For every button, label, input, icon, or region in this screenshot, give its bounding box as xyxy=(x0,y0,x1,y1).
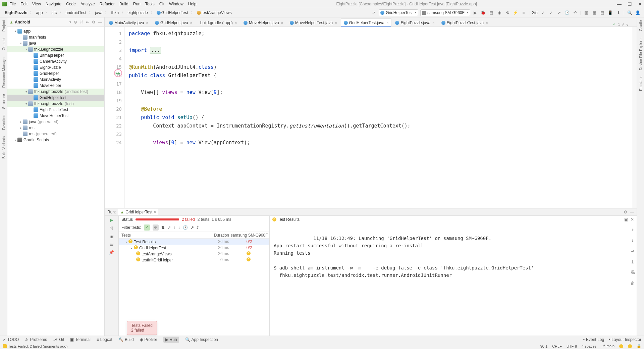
breadcrumb-item[interactable]: java xyxy=(94,10,104,16)
bottom-layout-inspector[interactable]: •Layout Inspector xyxy=(609,337,641,342)
caret-pos[interactable]: 90:1 xyxy=(540,344,547,348)
strip-favorites[interactable]: Favorites xyxy=(2,115,6,130)
menu-run[interactable]: Run xyxy=(133,2,141,6)
menu-help[interactable]: Help xyxy=(188,2,197,6)
tree-node[interactable]: ▾java xyxy=(7,40,104,46)
bottom-app-inspection[interactable]: 🔍App Inspection xyxy=(185,337,218,342)
close-icon[interactable]: ✕ xyxy=(638,1,642,7)
tree-node[interactable]: ▾fhku.eightpuzzle xyxy=(7,46,104,52)
tree-node[interactable]: manifests xyxy=(7,34,104,40)
history-icon[interactable]: 🕑 xyxy=(183,225,188,230)
export2-icon[interactable]: ↗ xyxy=(191,225,194,230)
bottom-terminal[interactable]: ▣Terminal xyxy=(70,337,90,342)
editor-scrollbar[interactable] xyxy=(632,27,637,208)
tree-node[interactable]: ▸Gradle Scripts xyxy=(7,137,104,143)
tree-node[interactable]: MoveHelperTest xyxy=(7,113,104,119)
editor-tab[interactable]: EightPuzzle.java× xyxy=(392,18,437,27)
tests-failed-toast[interactable]: Tests Failed 2 failed xyxy=(127,321,157,335)
bottom-logcat[interactable]: ≡Logcat xyxy=(97,337,112,342)
minimize-icon[interactable]: — xyxy=(617,1,622,7)
print-icon[interactable]: 🖶 xyxy=(630,269,635,276)
tab-close-icon[interactable]: × xyxy=(486,21,488,25)
bottom-event-log[interactable]: •Event Log xyxy=(583,337,604,342)
indent[interactable]: 4 spaces xyxy=(582,344,596,348)
hide-icon[interactable]: — xyxy=(98,20,102,24)
menu-navigate[interactable]: Navigate xyxy=(46,2,61,6)
tree-node[interactable]: BitmapHelper xyxy=(7,52,104,58)
import2-icon[interactable]: ⤴ xyxy=(197,225,199,230)
tree-node[interactable]: ▾fhku.eightpuzzle(test) xyxy=(7,101,104,107)
encoding[interactable]: UTF-8 xyxy=(567,344,577,348)
tree-node[interactable]: ▸java(generated) xyxy=(7,119,104,125)
layout-icon[interactable]: ▣ xyxy=(624,217,628,222)
menu-refactor[interactable]: Refactor xyxy=(100,2,115,6)
attach-icon[interactable]: ⟲ xyxy=(504,10,511,16)
test-row[interactable]: ▾GridHelperTest26 ms0/2 xyxy=(119,245,269,251)
editor-tab[interactable]: MoveHelperTest.java× xyxy=(287,18,340,27)
menu-tools[interactable]: Tools xyxy=(145,2,155,6)
strip-project[interactable]: Project xyxy=(2,20,6,32)
sort-icon[interactable]: ⇅ xyxy=(161,225,165,230)
editor-tab[interactable]: build.gradle (:app)× xyxy=(196,18,240,27)
menu-build[interactable]: Build xyxy=(119,2,128,6)
tab-close-icon[interactable]: × xyxy=(146,21,148,25)
toolbar-icon-1[interactable]: ▥ xyxy=(583,10,589,16)
menu-analyze[interactable]: Analyze xyxy=(80,2,95,6)
breadcrumb-item[interactable]: EightPuzzle xyxy=(3,10,29,16)
bottom-git[interactable]: ⎇Git xyxy=(53,337,64,342)
avd-icon[interactable]: 📱 xyxy=(607,10,613,16)
toggle-icon[interactable]: ⇅ xyxy=(110,226,113,231)
git-branch[interactable]: ⎇ main xyxy=(601,344,614,348)
breadcrumb-item[interactable]: eightpuzzle xyxy=(126,10,149,16)
tree-node[interactable]: res(generated) xyxy=(7,131,104,137)
show-passed-toggle[interactable]: ✓ xyxy=(144,225,150,231)
sync-icon[interactable]: ↗ xyxy=(371,10,377,16)
git-commit-icon[interactable]: ✓ xyxy=(548,10,554,16)
scroll-end-icon[interactable]: ⤓ xyxy=(631,258,635,265)
strip-structure[interactable]: Structure xyxy=(2,94,6,109)
menu-view[interactable]: View xyxy=(32,2,41,6)
git-push-icon[interactable]: ↗ xyxy=(556,10,562,16)
run-config-dropdown[interactable]: GridHelperTest xyxy=(379,9,418,16)
strip-resource-manager[interactable]: Resource Manager xyxy=(2,56,6,88)
soft-wrap-icon[interactable]: ↩ xyxy=(631,247,634,255)
strip-emulator[interactable]: Emulator xyxy=(639,76,643,91)
col-duration[interactable]: Duration xyxy=(202,233,229,238)
toolbar-icon-3[interactable]: ▤ xyxy=(599,10,605,16)
toolbar-icon-2[interactable]: ▦ xyxy=(591,10,597,16)
inspection-face-icon[interactable] xyxy=(619,344,623,348)
col-tests[interactable]: Tests xyxy=(119,233,202,238)
tab-close-icon[interactable]: × xyxy=(281,21,283,25)
editor-tab[interactable]: GridHelper.java× xyxy=(152,18,195,27)
clear-icon[interactable]: 🗑 xyxy=(630,280,635,287)
rerun-icon[interactable]: ▶ xyxy=(110,218,113,222)
close-console-icon[interactable]: ✕ xyxy=(631,217,634,222)
breadcrumb-item[interactable]: testArangeViews xyxy=(196,10,233,16)
show-ignored-toggle[interactable]: ⊘ xyxy=(153,225,159,231)
export-icon[interactable]: ▣ xyxy=(110,234,113,239)
test-row[interactable]: ▾Test Results26 ms0/2 xyxy=(119,239,269,245)
tab-close-icon[interactable]: × xyxy=(190,21,192,25)
breadcrumb-item[interactable]: androidTest xyxy=(64,10,88,16)
git-branch-icon[interactable]: ✓ xyxy=(540,10,546,16)
tree-node[interactable]: ▾fhku.eightpuzzle(androidTest) xyxy=(7,89,104,95)
lock-icon[interactable]: 🔒 xyxy=(637,344,641,348)
collapse-icon[interactable]: ⇤ xyxy=(86,20,89,24)
editor[interactable]: ▶▶ 123415161718192021222324 package fhku… xyxy=(105,27,637,208)
tab-close-icon[interactable]: × xyxy=(432,21,434,25)
menu-file[interactable]: File xyxy=(9,2,16,6)
memory-face-icon[interactable] xyxy=(628,344,632,348)
down-icon[interactable]: ↓ xyxy=(178,225,180,230)
close-tab-icon[interactable]: × xyxy=(154,210,156,214)
console-output[interactable]: 11/18 16:12:49: Launching 'GridHelperTes… xyxy=(270,223,637,336)
git-revert-icon[interactable]: ↶ xyxy=(572,10,578,16)
breadcrumb-item[interactable]: app xyxy=(35,10,44,16)
test-row[interactable]: testInitGridHelper0 ms xyxy=(119,257,269,263)
settings-icon[interactable]: 👤 xyxy=(635,10,641,16)
pin-icon[interactable]: 📌 xyxy=(109,250,114,255)
menu-code[interactable]: Code xyxy=(66,2,76,6)
device-dropdown[interactable]: samsung SM-G960F xyxy=(420,9,470,16)
tree-node[interactable]: GridHelper xyxy=(7,70,104,77)
bottom-build[interactable]: 🔨Build xyxy=(118,337,134,342)
coverage-icon[interactable]: ▤ xyxy=(488,10,494,16)
